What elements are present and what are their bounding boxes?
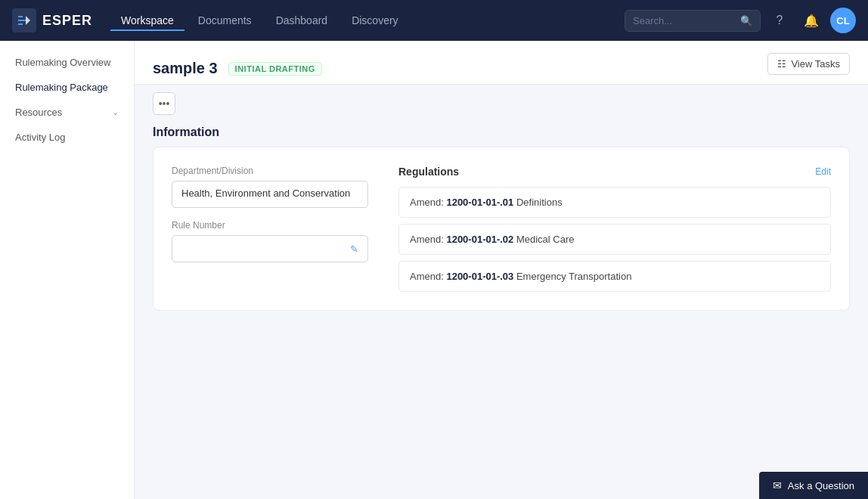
regulations-edit-link[interactable]: Edit — [815, 166, 831, 177]
notifications-button[interactable]: 🔔 — [798, 8, 824, 33]
ellipsis-icon: ••• — [159, 98, 170, 110]
search-icon: 🔍 — [740, 15, 752, 26]
info-left-column: Department/Division Health, Environment … — [172, 166, 368, 292]
chevron-down-icon: ⌄ — [112, 107, 119, 117]
nav-links: Workspace Documents Dashboard Discovery — [110, 10, 618, 31]
regulations-title: Regulations — [398, 166, 459, 178]
sidebar-label-activity-log: Activity Log — [15, 132, 65, 143]
sidebar-item-resources[interactable]: Resources ⌄ — [0, 100, 134, 125]
help-button[interactable]: ? — [767, 8, 792, 33]
regulation-code-3: 1200-01-01-.03 — [446, 271, 513, 282]
regulation-code-1: 1200-01-01-.01 — [446, 197, 513, 208]
rule-number-field[interactable]: ✎ — [172, 235, 368, 262]
ask-question-button[interactable]: ✉ Ask a Question — [759, 472, 868, 499]
search-input[interactable] — [633, 15, 736, 26]
top-nav: ESPER Workspace Documents Dashboard Disc… — [0, 0, 868, 41]
tasks-icon: ☷ — [777, 58, 786, 70]
sidebar: Rulemaking Overview Rulemaking Package R… — [0, 41, 135, 499]
sidebar-label-resources: Resources — [15, 107, 62, 118]
sidebar-item-rulemaking-overview[interactable]: Rulemaking Overview — [0, 50, 134, 75]
sidebar-item-activity-log[interactable]: Activity Log — [0, 125, 134, 150]
search-box[interactable]: 🔍 — [625, 10, 761, 32]
regulation-suffix-2: Medical Care — [513, 234, 574, 245]
regulation-suffix-3: Emergency Transportation — [513, 271, 631, 282]
rule-number-label: Rule Number — [172, 220, 368, 231]
section-heading: Information — [135, 122, 868, 147]
status-badge: INITIAL DRAFTING — [228, 62, 322, 76]
sidebar-label-rulemaking-overview: Rulemaking Overview — [15, 57, 110, 68]
department-value[interactable]: Health, Environment and Conservation — [172, 181, 368, 208]
help-icon: ? — [777, 14, 783, 27]
regulation-prefix-2: Amend: — [410, 234, 446, 245]
nav-documents[interactable]: Documents — [188, 10, 262, 31]
regulation-item-2: Amend: 1200-01-01-.02 Medical Care — [398, 224, 831, 255]
regulation-item-3: Amend: 1200-01-01-.03 Emergency Transpor… — [398, 261, 831, 292]
nav-discovery[interactable]: Discovery — [341, 10, 408, 31]
regulation-prefix-1: Amend: — [410, 197, 446, 208]
information-card: Department/Division Health, Environment … — [153, 147, 850, 311]
bell-icon: 🔔 — [804, 14, 819, 28]
view-tasks-label: View Tasks — [791, 58, 840, 70]
nav-dashboard[interactable]: Dashboard — [265, 10, 339, 31]
regulations-header: Regulations Edit — [398, 166, 831, 178]
more-options-bar: ••• — [135, 85, 868, 122]
nav-right: 🔍 ? 🔔 CL — [625, 8, 856, 33]
main-layout: Rulemaking Overview Rulemaking Package R… — [0, 41, 868, 499]
regulations-section: Regulations Edit Amend: 1200-01-01-.01 D… — [398, 166, 831, 292]
department-label: Department/Division — [172, 166, 368, 176]
logo[interactable]: ESPER — [12, 8, 92, 33]
main-content: sample 3 INITIAL DRAFTING ☷ View Tasks •… — [135, 41, 868, 499]
page-header: sample 3 INITIAL DRAFTING ☷ View Tasks — [135, 41, 868, 85]
page-title: sample 3 — [153, 60, 218, 77]
sidebar-label-rulemaking-package: Rulemaking Package — [15, 82, 108, 93]
envelope-icon: ✉ — [773, 479, 782, 491]
more-options-button[interactable]: ••• — [153, 92, 175, 115]
view-tasks-button[interactable]: ☷ View Tasks — [767, 53, 850, 75]
nav-workspace[interactable]: Workspace — [110, 10, 184, 31]
ask-question-label: Ask a Question — [788, 480, 854, 491]
esper-logo-icon — [12, 8, 36, 33]
regulation-code-2: 1200-01-01-.02 — [446, 234, 513, 245]
regulation-prefix-3: Amend: — [410, 271, 446, 282]
avatar[interactable]: CL — [830, 8, 856, 33]
regulation-item-1: Amend: 1200-01-01-.01 Definitions — [398, 187, 831, 218]
regulation-suffix-1: Definitions — [513, 197, 562, 208]
sidebar-item-rulemaking-package[interactable]: Rulemaking Package — [0, 75, 134, 100]
edit-rule-number-icon[interactable]: ✎ — [350, 243, 358, 255]
logo-text: ESPER — [42, 13, 92, 29]
